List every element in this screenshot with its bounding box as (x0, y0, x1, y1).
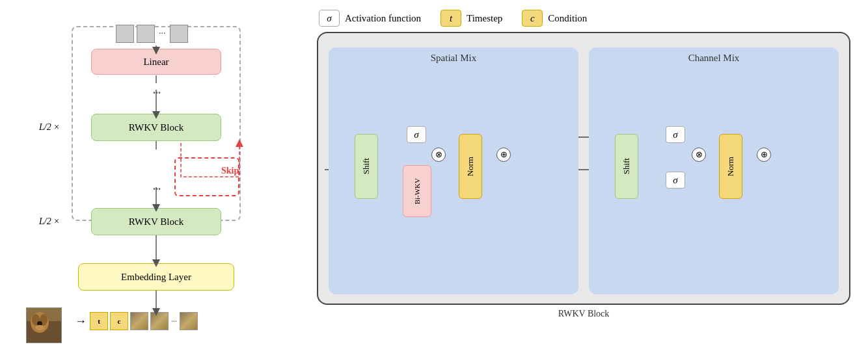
input-image (26, 307, 62, 343)
right-panel: σ Activation function t Timestep c Condi… (299, 0, 868, 351)
spatial-plus-op: ⊕ (496, 148, 511, 162)
channel-multiply-op: ⊗ (692, 148, 706, 162)
timestep-patch: t (90, 312, 108, 330)
dots-top: ... (153, 84, 161, 96)
activation-box: σ (319, 10, 340, 27)
img-patch-n (180, 312, 198, 330)
left-panel: ··· Linear ... L/2 × RWKV Block Skip ...… (0, 0, 299, 351)
img-patch-1 (130, 312, 148, 330)
multiplier-bottom: L/2 × (39, 216, 60, 227)
rwkv-block-label: RWKV Block (306, 309, 861, 319)
legend-activation: σ Activation function (319, 10, 421, 27)
legend-timestep: t Timestep (441, 10, 502, 27)
skip-label: Skip (221, 166, 239, 176)
condition-box: c (522, 10, 543, 27)
channel-mix-panel: Channel Mix Shift σ σ (589, 47, 839, 294)
channel-norm-box: Norm (719, 134, 742, 199)
timestep-box: t (441, 10, 461, 27)
channel-mix-content: Shift σ σ ⊗ Norm (595, 69, 832, 264)
dots-middle: ... (153, 181, 161, 192)
spatial-norm-box: Norm (459, 134, 482, 199)
embedding-block: Embedding Layer (78, 263, 234, 291)
channel-sigma2-box: σ (666, 172, 685, 188)
spatial-mix-panel: Spatial Mix Shift σ Bi-WKV (329, 47, 578, 294)
inner-panels: Spatial Mix Shift σ Bi-WKV (329, 41, 839, 294)
condition-patch: c (110, 312, 128, 330)
rwkv-block-bottom: RWKV Block (91, 208, 221, 235)
spatial-shift-box: Shift (355, 134, 378, 199)
spatial-multiply-op: ⊗ (431, 148, 446, 162)
channel-mix-title: Channel Mix (595, 53, 832, 64)
legend-row: σ Activation function t Timestep c Condi… (319, 10, 861, 27)
img-patch-2 (150, 312, 169, 330)
multiplier-top: L/2 × (39, 122, 60, 133)
linear-block: Linear (91, 49, 221, 75)
biwkv-box: Bi-WKV (403, 165, 431, 217)
spatial-mix-content: Shift σ Bi-WKV ⊗ (335, 69, 572, 264)
channel-sigma1-box: σ (666, 126, 685, 143)
svg-point-6 (35, 325, 44, 330)
skip-box (174, 157, 239, 196)
channel-plus-op: ⊕ (757, 148, 771, 162)
spatial-sigma-box: σ (407, 126, 426, 143)
rwkv-block-top: RWKV Block (91, 114, 221, 141)
legend-condition: c Condition (522, 10, 587, 27)
output-patches: ··· (116, 25, 188, 43)
input-patches-row: → t c ··· (75, 312, 198, 330)
channel-shift-box: Shift (615, 134, 638, 199)
rwkv-block-outer: Spatial Mix Shift σ Bi-WKV (317, 32, 850, 305)
spatial-mix-title: Spatial Mix (335, 53, 572, 64)
architecture-diagram: ··· Linear ... L/2 × RWKV Block Skip ...… (20, 13, 280, 338)
